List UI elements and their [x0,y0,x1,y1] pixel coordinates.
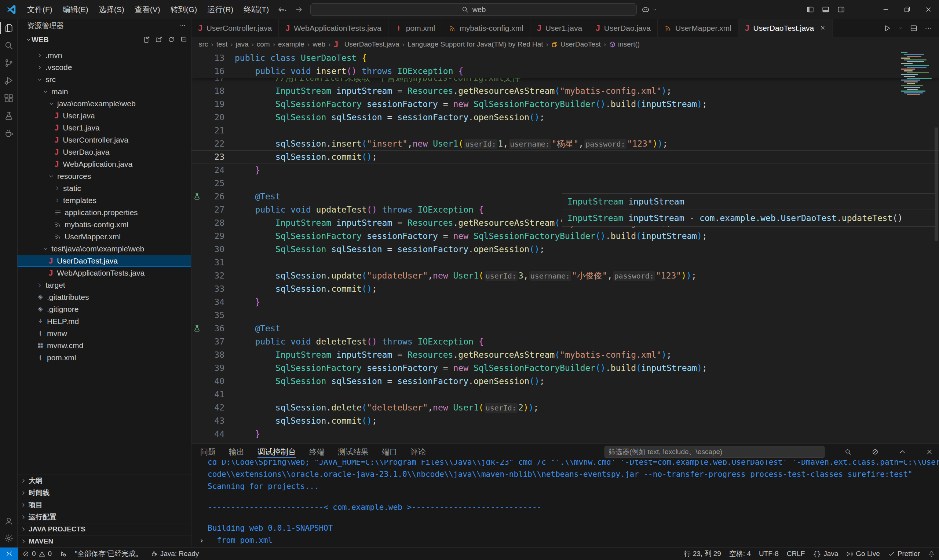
new-file-icon[interactable] [143,36,150,43]
expand-chevron-icon[interactable]: › [199,534,204,546]
maximize-panel-icon[interactable] [899,448,906,455]
tab-pom.xml[interactable]: pom.xml [389,19,442,37]
copilot-chevron-icon[interactable] [652,7,657,12]
breadcrumb-item-Language Support for Java(TM) by Red Hat[interactable]: Language Support for Java(TM) by Red Hat [407,40,543,48]
sidebar-section-大纲[interactable]: 大纲 [18,475,191,487]
panel-tab-评论[interactable]: 评论 [410,444,426,460]
tree-item-WebApplicationTests.java[interactable]: JWebApplicationTests.java [18,267,191,279]
panel-tab-调试控制台[interactable]: 调试控制台 [257,444,296,460]
close-window-button[interactable] [918,0,939,19]
run-dropdown-icon[interactable] [898,26,903,31]
code-line[interactable]: 20 SqlSession sqlSession = sessionFactor… [191,111,939,124]
code-line[interactable]: 23 sqlSession.commit(); [191,150,939,163]
code-line[interactable]: 35 [191,309,939,322]
tree-item-User.java[interactable]: JUser.java [18,109,191,122]
menu-item-运行R[interactable]: 运行(R) [202,3,238,16]
sidebar-section-JAVA PROJECTS[interactable]: JAVA PROJECTS [18,523,191,535]
tree-item-templates[interactable]: templates [18,194,191,206]
status-0[interactable]: 00 [19,548,56,560]
panel-tab-终端[interactable]: 终端 [309,444,325,460]
menu-item-转到G[interactable]: 转到(G) [165,3,202,16]
status-item-r7[interactable] [924,548,939,560]
panel-search-icon[interactable] [844,448,852,455]
tree-item-static[interactable]: static [18,182,191,194]
tree-item-.vscode[interactable]: .vscode [18,61,191,73]
remote-indicator[interactable] [0,548,19,560]
status-CRLF[interactable]: CRLF [783,548,809,560]
activity-source-control[interactable] [0,54,18,72]
code-line[interactable]: 32 sqlSession.update("updateUser",new Us… [191,269,939,282]
sidebar-section-时间线[interactable]: 时间线 [18,487,191,499]
status-Go Live[interactable]: Go Live [842,548,883,560]
code-line[interactable]: 39 SqlSessionFactory sessionFactory = ne… [191,362,939,375]
layout-right-icon[interactable] [837,6,845,14]
go-back-icon[interactable] [277,6,285,14]
tab-UserDao.java[interactable]: JUserDao.java [589,19,658,37]
code-line[interactable]: 43 sqlSession.commit(); [191,414,939,427]
code-line[interactable]: 30 SqlSession sqlSession = sessionFactor… [191,243,939,256]
layout-bottom-icon[interactable] [822,6,830,14]
tree-item-test-java-com-example-web[interactable]: test\java\com\example\web [18,243,191,255]
status-UTF-8[interactable]: UTF-8 [755,548,783,560]
menu-item-查看V[interactable]: 查看(V) [130,3,165,16]
code-line[interactable]: 24 } [191,163,939,177]
breadcrumb-item-web[interactable]: web [313,40,325,48]
more-actions-icon[interactable] [179,22,186,29]
code-editor[interactable]: 17 //用FileWriter来读取一个普通的mybatis-config.x… [191,51,939,443]
tab-UserMapper.xml[interactable]: UserMapper.xml [658,19,739,37]
tree-item-.mvn[interactable]: .mvn [18,49,191,61]
tree-item-UserMapper.xml[interactable]: UserMapper.xml [18,231,191,243]
code-line[interactable]: 19 SqlSessionFactory sessionFactory = ne… [191,97,939,111]
tree-item-main[interactable]: main [18,85,191,97]
run-test-icon[interactable] [191,325,202,332]
code-line[interactable]: 36 @Test [191,322,939,335]
code-line[interactable]: 25 [191,177,939,190]
tab-UserController.java[interactable]: JUserController.java [191,19,279,37]
code-line[interactable]: 22 sqlSession.insert("insert",new User1(… [191,137,939,150]
minimap[interactable] [901,52,934,97]
code-line[interactable]: 31 [191,256,939,269]
activity-account[interactable] [0,512,18,529]
restore-button[interactable] [896,0,918,19]
code-line[interactable]: 38 InputStream inputStream = Resources.g… [191,348,939,362]
activity-testing[interactable] [0,107,18,125]
activity-java-extension[interactable] [0,125,18,142]
tree-item-mvnw.cmd[interactable]: mvnw.cmd [18,339,191,351]
menu-item-选择S[interactable]: 选择(S) [94,3,130,16]
status-空格: 4[interactable]: 空格: 4 [725,548,755,560]
tree-item-src[interactable]: src [18,73,191,85]
tree-item-UserDaoTest.java[interactable]: JUserDaoTest.java [18,255,191,267]
sidebar-section-运行配置[interactable]: 运行配置 [18,511,191,523]
code-line[interactable]: 44 } [191,427,939,440]
code-line[interactable]: 42 sqlSession.delete("deleteUser",new Us… [191,401,939,414]
breadcrumb-item-insert()[interactable]: insert() [609,40,640,48]
status-Prettier[interactable]: Prettier [884,548,924,560]
editor-more-actions-icon[interactable] [924,24,933,32]
activity-settings[interactable] [0,529,18,547]
tree-item-UserController.java[interactable]: JUserController.java [18,134,191,146]
tree-item-resources[interactable]: resources [18,170,191,182]
activity-extensions[interactable] [0,89,18,107]
new-folder-icon[interactable] [155,36,162,43]
tab-mybatis-config.xml[interactable]: mybatis-config.xml [442,19,530,37]
layout-left-icon[interactable] [806,6,814,14]
status-行 23, 列 29[interactable]: 行 23, 列 29 [680,548,725,560]
breadcrumb-item-java[interactable]: java [236,40,249,48]
code-line[interactable]: 18 InputStream inputStream = Resources.g… [191,84,939,97]
sidebar-section-项目[interactable]: 项目 [18,499,191,511]
close-panel-icon[interactable] [926,448,933,455]
collapse-all-icon[interactable] [180,36,187,43]
code-line[interactable]: 37 public void deleteTest() throws IOExc… [191,335,939,348]
breadcrumb-item-com[interactable]: com [257,40,270,48]
breadcrumb-item-src[interactable]: src [199,40,208,48]
debug-console-output[interactable]: cd D:\Code\Spring\web; "JAVA_HOME=C:\\Pr… [191,460,939,547]
panel-tab-输出[interactable]: 输出 [229,444,244,460]
tree-item-pom.xml[interactable]: pom.xml [18,351,191,363]
activity-explorer[interactable] [0,19,18,37]
tree-item-.gitattributes[interactable]: .gitattributes [18,291,191,303]
code-line[interactable]: 33 sqlSession.commit(); [191,282,939,295]
activity-run-debug[interactable] [0,72,18,89]
breadcrumb-item-UserDaoTest[interactable]: UserDaoTest [551,40,601,48]
tab-User1.java[interactable]: JUser1.java [530,19,589,37]
tree-item-WebApplication.java[interactable]: JWebApplication.java [18,158,191,170]
